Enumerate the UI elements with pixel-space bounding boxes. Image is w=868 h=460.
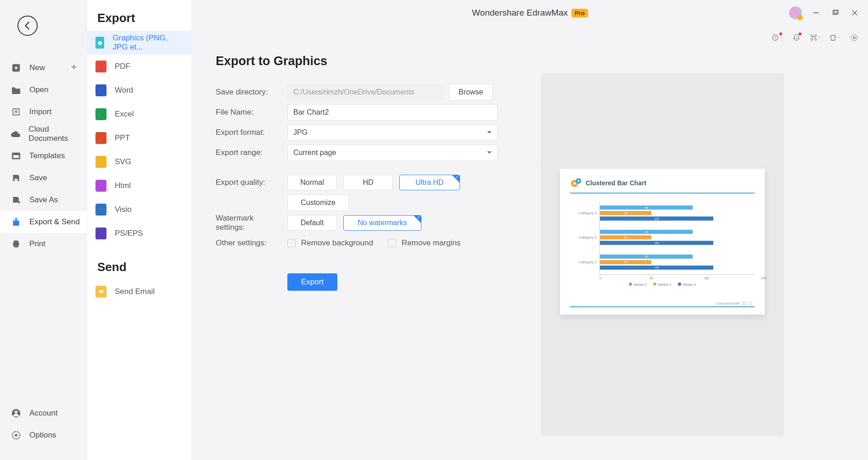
save-as-icon — [10, 195, 22, 205]
nav-label: Cloud Documents — [28, 125, 87, 143]
export-type-graphics[interactable]: ◉Graphics (PNG, JPG et... — [87, 31, 191, 55]
nav-label: Options — [29, 431, 56, 440]
export-type-ppt[interactable]: PPT — [87, 126, 191, 150]
user-avatar-icon[interactable] — [789, 6, 802, 19]
primary-nav: New Open Import Cloud Documents Template… — [0, 0, 87, 460]
add-icon[interactable] — [70, 63, 78, 73]
nav-print[interactable]: Print — [0, 233, 87, 255]
export-type-excel[interactable]: Excel — [87, 102, 191, 126]
quality-ultra-hd[interactable]: Ultra HD — [399, 175, 460, 190]
export-format-select[interactable]: JPG — [287, 124, 498, 141]
nav-account[interactable]: Account — [0, 402, 87, 424]
label-export-range: Export range: — [216, 148, 282, 157]
nav-label: Templates — [29, 151, 65, 161]
close-button[interactable] — [850, 8, 860, 18]
file-name-input[interactable] — [287, 104, 498, 121]
customize-button[interactable]: Customize — [287, 194, 349, 211]
ps-file-icon — [95, 227, 106, 239]
svg-point-14 — [853, 37, 855, 39]
nav-open[interactable]: Open — [0, 79, 87, 101]
keyboard-shortcut-icon[interactable] — [810, 32, 821, 43]
svg-point-8 — [15, 434, 17, 437]
preview-footer: Company/Date — [716, 301, 752, 305]
label-export-quality: Export quality: — [216, 178, 282, 187]
tshirt-icon[interactable] — [829, 32, 840, 43]
app-title: Wondershare EdrawMax — [472, 8, 568, 18]
svg-point-16 — [573, 182, 576, 184]
export-type-visio[interactable]: Visio — [87, 198, 191, 222]
send-email[interactable]: ✉Send Email — [87, 280, 191, 304]
person-icon — [10, 408, 22, 418]
nav-templates[interactable]: Templates — [0, 145, 87, 167]
svg-point-18 — [577, 180, 579, 182]
export-button[interactable]: Export — [287, 273, 337, 291]
nav-label: New — [29, 63, 45, 72]
browse-button[interactable]: Browse — [449, 84, 493, 100]
checkbox-icon — [388, 239, 396, 247]
nav-label: Save — [29, 173, 47, 183]
image-file-icon: ◉ — [95, 37, 104, 49]
export-type-sidebar: Export ◉Graphics (PNG, JPG et... PDF Wor… — [87, 0, 192, 460]
titlebar: Wondershare EdrawMax Pro — [192, 0, 868, 26]
nav-label: Open — [29, 85, 49, 94]
save-icon — [10, 173, 22, 183]
nav-label: Save As — [29, 195, 58, 205]
svg-point-6 — [15, 410, 17, 413]
label-save-directory: Save directory: — [216, 88, 282, 97]
item-label: PDF — [115, 62, 130, 71]
nav-import[interactable]: Import — [0, 101, 87, 123]
bell-icon[interactable] — [791, 32, 802, 43]
print-icon — [10, 239, 22, 249]
nav-cloud-documents[interactable]: Cloud Documents — [0, 123, 87, 145]
export-type-html[interactable]: Html — [87, 174, 191, 198]
svg-text:?: ? — [774, 36, 777, 40]
item-label: PPT — [115, 133, 130, 143]
item-label: Html — [115, 181, 131, 190]
minimize-button[interactable] — [811, 8, 821, 18]
folder-icon — [10, 85, 22, 95]
item-label: Excel — [115, 110, 134, 119]
gear-icon — [10, 430, 22, 440]
nav-label: Print — [29, 239, 45, 249]
nav-save-as[interactable]: Save As — [0, 189, 87, 211]
export-type-word[interactable]: Word — [87, 78, 191, 102]
nav-save[interactable]: Save — [0, 167, 87, 189]
quality-hd[interactable]: HD — [343, 175, 393, 190]
export-type-ps[interactable]: PS/EPS — [87, 222, 191, 245]
watermark-none[interactable]: No watermarks — [343, 215, 421, 231]
svg-file-icon — [95, 156, 106, 168]
remove-background-checkbox[interactable]: Remove background — [287, 238, 373, 248]
nav-label: Account — [29, 409, 57, 418]
item-label: Visio — [115, 205, 132, 214]
svg-rect-3 — [15, 179, 18, 181]
mail-icon: ✉ — [95, 286, 106, 298]
watermark-default[interactable]: Default — [287, 215, 337, 231]
export-type-svg[interactable]: SVG — [87, 150, 191, 174]
templates-icon — [10, 151, 22, 161]
maximize-button[interactable] — [830, 8, 840, 18]
nav-export-send[interactable]: Export & Send — [0, 211, 87, 233]
divider — [216, 166, 565, 167]
export-form: Export to Graphics Save directory: Brows… — [216, 54, 565, 291]
label-other-settings: Other settings: — [216, 238, 282, 248]
quality-normal[interactable]: Normal — [287, 175, 337, 190]
visio-file-icon — [95, 204, 106, 216]
nav-options[interactable]: Options — [0, 424, 87, 446]
item-label: Word — [115, 86, 133, 95]
settings-gear-icon[interactable] — [849, 32, 860, 43]
export-range-select[interactable]: Current page — [287, 144, 498, 161]
cloud-icon — [10, 129, 21, 139]
help-icon[interactable]: ? — [772, 32, 783, 43]
back-button[interactable] — [17, 16, 38, 36]
label-export-format: Export format: — [216, 128, 282, 137]
ppt-file-icon — [95, 132, 106, 144]
export-type-pdf[interactable]: PDF — [87, 55, 191, 78]
remove-margins-checkbox[interactable]: Remove margins — [388, 238, 461, 248]
item-label: Send Email — [115, 287, 155, 296]
export-icon — [10, 217, 22, 227]
chart-preview: Category 3Category 2Category 1 905011090… — [570, 201, 755, 274]
import-icon — [10, 107, 22, 117]
nav-label: Import — [29, 107, 51, 116]
save-directory-input[interactable] — [287, 84, 443, 100]
nav-new[interactable]: New — [0, 57, 87, 79]
